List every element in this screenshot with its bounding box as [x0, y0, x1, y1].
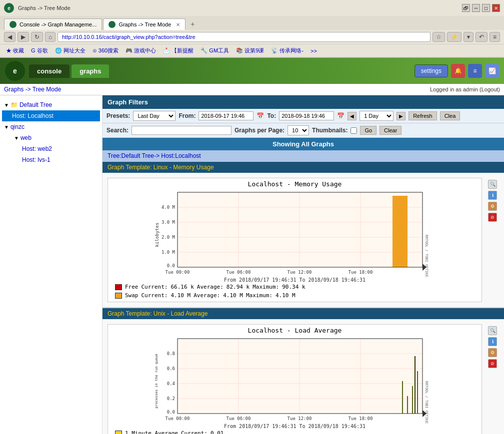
refresh-btn[interactable]: Refresh	[408, 111, 437, 120]
address-bar[interactable]	[58, 32, 430, 42]
bookmark-games[interactable]: 🎮 游戏中心	[124, 46, 158, 55]
clear-btn[interactable]: Clea	[440, 111, 460, 120]
prev-range-btn[interactable]: ◀	[348, 112, 356, 120]
bookmark-star[interactable]: ☆	[432, 32, 445, 42]
tab-label-graphs: Graphs -> Tree Mode	[118, 21, 171, 27]
search-input[interactable]	[132, 126, 232, 135]
link-web2[interactable]: Host: web2	[22, 145, 100, 152]
restore-btn[interactable]: 🗗	[462, 4, 470, 12]
nav-tab-console[interactable]: console	[29, 64, 70, 78]
go-btn[interactable]: Go	[360, 126, 376, 135]
tree-root-qinzc[interactable]: ▼ qinzc	[2, 122, 100, 131]
extensions-btn[interactable]: ⚡	[447, 32, 462, 42]
to-label: To:	[267, 112, 276, 119]
refresh-btn[interactable]: ↻	[31, 32, 43, 42]
tree-item-default: ▼ 📁 Default Tree	[2, 99, 100, 110]
history-btn[interactable]: ↶	[476, 32, 488, 42]
graph-btn[interactable]: 📈	[485, 64, 499, 78]
tree-grandchild-lvs1[interactable]: Host: lvs-1	[2, 155, 100, 164]
tree-item-lvs1: Host: lvs-1	[2, 154, 100, 165]
next-range-btn[interactable]: ▶	[396, 112, 406, 120]
graph-filters-header: Graph Filters	[102, 95, 504, 109]
minimize-btn[interactable]: ─	[472, 4, 480, 12]
filter-row-2: Search: Graphs per Page: 10 25 50 Thumbn…	[102, 123, 504, 138]
bookmark-gm[interactable]: 🔧 GM工具	[198, 46, 231, 55]
bookmark-urls[interactable]: 🌐 网址大全	[53, 46, 88, 55]
nav-tab-graphs[interactable]: graphs	[72, 64, 109, 78]
bookmark-favorites[interactable]: ★ 收藏	[4, 46, 26, 55]
legend-color-free	[115, 284, 122, 290]
to-calendar-icon[interactable]: 📅	[337, 112, 344, 119]
error-icon-1[interactable]: ⊘	[488, 213, 497, 222]
home-btn[interactable]: ⌂	[45, 32, 56, 42]
forward-btn[interactable]: ▶	[18, 32, 29, 42]
close-btn[interactable]: ✕	[492, 4, 500, 12]
tree-child-localhost[interactable]: Host: Localhost	[2, 111, 100, 120]
bookmark-network[interactable]: 📡 传承网络-	[269, 46, 306, 55]
tab-console[interactable]: Console -> Graph Manageme...	[4, 18, 102, 30]
tab-graphs[interactable]: Graphs -> Tree Mode ✕	[103, 18, 186, 30]
settings-btn[interactable]: settings	[414, 64, 448, 77]
memory-chart-svg: 4.0 M 3.0 M 2.0 M 1.0 M 0.0 kilobytes Tu…	[152, 190, 438, 277]
nav-bar: ◀ ▶ ↻ ⌂ ☆ ⚡ ▾ ↶ ≡	[0, 30, 504, 44]
info-icon-1[interactable]: ℹ	[488, 191, 497, 200]
bookmark-360[interactable]: ⊙ 360搜索	[90, 46, 120, 55]
tree-grandchild-web2[interactable]: Host: web2	[2, 144, 100, 153]
tab-icon-graphs	[108, 21, 116, 28]
link-qinzc[interactable]: qinzc	[10, 123, 24, 130]
svg-text:Tue 18:00: Tue 18:00	[348, 270, 372, 275]
tab-icon-console	[10, 21, 16, 28]
link-default-tree[interactable]: Default Tree	[20, 101, 52, 108]
svg-rect-25	[178, 339, 422, 414]
from-input[interactable]	[198, 111, 254, 120]
expand-icon-qinzc: ▼	[4, 124, 9, 130]
tree-child-web[interactable]: ▼ web	[2, 133, 100, 142]
thumbnails-checkbox[interactable]	[350, 127, 357, 134]
browser-chrome: e Graphs -> Tree Mode 🗗 ─ □ ✕ Console ->…	[0, 0, 504, 58]
tab-close-btn[interactable]: ✕	[176, 22, 180, 27]
to-input[interactable]	[279, 111, 334, 120]
bookmark-google[interactable]: G 谷歌	[29, 46, 50, 55]
info-icon-2[interactable]: ℹ	[488, 337, 497, 346]
alert-icon-1[interactable]: ⚙	[488, 202, 497, 211]
link-lvs1[interactable]: Host: lvs-1	[22, 156, 100, 163]
presets-select[interactable]: Last Day Last Week Last Month	[133, 111, 176, 121]
zoom-icon-2[interactable]: 🔍	[488, 326, 497, 335]
graph-wrapper-1: Localhost - Memory Usage	[108, 178, 482, 302]
tree-root-default[interactable]: ▼ 📁 Default Tree	[2, 100, 100, 109]
back-btn[interactable]: ◀	[4, 32, 16, 42]
per-page-select[interactable]: 10 25 50	[288, 125, 309, 135]
title-text: Graphs -> Tree Mode	[18, 5, 70, 11]
legend-max-label-free: Maximum:	[252, 284, 279, 290]
more-btn[interactable]: ≡	[490, 32, 500, 42]
template-label-2: Graph Template:	[108, 310, 152, 317]
menu-btn[interactable]: ≡	[468, 64, 482, 78]
clear2-btn[interactable]: Clear	[380, 126, 402, 135]
bookmark-lesson[interactable]: 📚 设第9课	[234, 46, 266, 55]
from-calendar-icon[interactable]: 📅	[256, 112, 264, 119]
showing-label: Showing All Graphs	[272, 140, 334, 148]
bookmark-more[interactable]: >>	[308, 47, 319, 54]
svg-text:processes in the run queue: processes in the run queue	[154, 354, 158, 409]
app-header: e console graphs settings 🔔 ≡ 📈	[0, 58, 504, 84]
graph-container-1: Localhost - Memory Usage	[102, 173, 504, 308]
time-range-1: From 2018/09/17 19:46:31 To 2018/09/18 1…	[110, 277, 480, 283]
alert-btn[interactable]: 🔔	[451, 64, 465, 78]
dropdown-btn[interactable]: ▾	[464, 32, 474, 42]
graph-template-header-1: Graph Template: Linux - Memory Usage	[102, 162, 504, 173]
range-select[interactable]: 1 Day 1 Week	[360, 111, 394, 121]
tab-bar: Console -> Graph Manageme... Graphs -> T…	[0, 16, 504, 30]
alert-icon-2[interactable]: ⚙	[488, 348, 497, 357]
link-web[interactable]: web	[20, 134, 32, 141]
localhost-label: Host: Localhost	[12, 112, 54, 119]
maximize-btn[interactable]: □	[482, 4, 490, 12]
graph-template-header-2: Graph Template: Unix - Load Average	[102, 308, 504, 319]
svg-text:3.0 M: 3.0 M	[161, 220, 175, 225]
legend-avg-swap: 4.10 M	[223, 292, 243, 299]
app-nav: console graphs	[29, 64, 109, 78]
new-tab-btn[interactable]: +	[186, 18, 198, 30]
svg-text:2.0 M: 2.0 M	[161, 235, 175, 240]
bookmark-notify[interactable]: 📩 【新提醒	[161, 46, 196, 55]
error-icon-2[interactable]: ⊘	[488, 359, 497, 368]
zoom-icon-1[interactable]: 🔍	[488, 180, 497, 189]
